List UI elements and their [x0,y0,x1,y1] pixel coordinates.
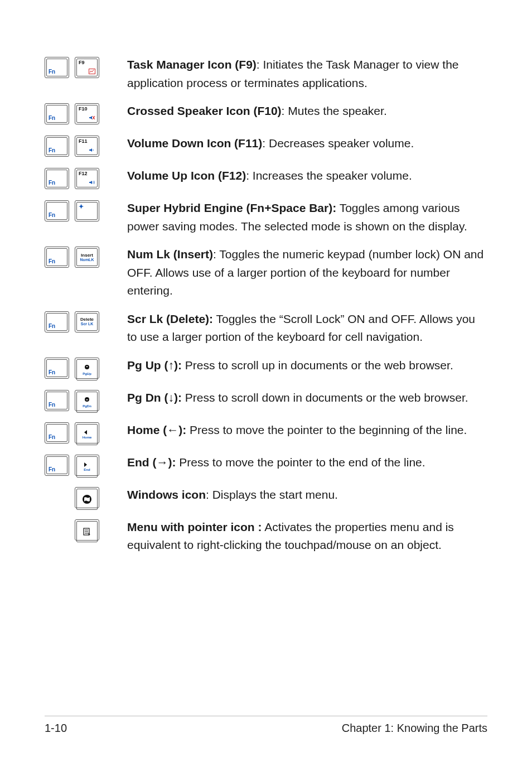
title-f10: Crossed Speaker Icon (F10) [127,104,282,117]
page-footer: 1-10 Chapter 1: Knowing the Parts [45,716,487,735]
super-hybrid-icon: ✦ [79,204,95,210]
arrow-left-icon [84,430,90,435]
key-fn: Fn [45,422,69,443]
title-end: End (→): [127,456,176,469]
title-space: Super Hybrid Engine (Fn+Space Bar): [127,201,336,214]
sep-f9: : [257,58,263,71]
row-pgdn: Fn PgDn Pg Dn (↓): Press to scroll down … [45,389,487,411]
key-fn: Fn [45,168,69,189]
title-win: Windows icon [127,488,206,501]
title-menu: Menu with pointer icon : [127,520,262,533]
task-manager-icon [89,68,95,75]
key-fn: Fn [45,455,69,476]
keys-numlk: Fn Insert NumLK [45,245,112,268]
windows-icon [82,494,92,504]
key-menu [75,519,99,541]
key-f12: F12 [75,168,99,189]
keys-home: Fn Home [45,421,112,443]
key-delete: Delete Scr LK [75,311,99,332]
desc-f12: Volume Up Icon (F12): Increases the spea… [127,167,487,185]
key-right: End [75,455,99,476]
row-f9: Fn F9 Task Manager Icon (F9): Initiates … [45,56,487,92]
desc-f11: Volume Down Icon (F11): Decreases speake… [127,134,487,153]
key-fn: Fn [45,57,69,78]
title-f11: Volume Down Icon (F11) [127,137,262,150]
key-left: Home [75,422,99,443]
key-pgup-label: PgUp [83,372,91,375]
text-end: Press to move the pointer to the end of … [179,456,425,469]
key-down: PgDn [75,390,99,411]
key-fn: Fn [45,103,69,124]
key-insert: Insert NumLK [75,247,99,268]
key-scrlk-label: Scr LK [81,322,94,326]
row-home: Fn Home Home (←): Press to move the poin… [45,421,487,443]
keys-pgdn: Fn PgDn [45,389,112,411]
text-win: Displays the start menu. [212,488,338,501]
desc-pgup: Pg Up (↑): Press to scroll up in documen… [127,356,487,375]
keys-scrlk: Fn Delete Scr LK [45,310,112,332]
key-f11: F11 [75,136,99,157]
key-home-label: Home [83,436,92,439]
key-fn: Fn [45,390,69,411]
key-f9: F9 [75,57,99,78]
key-pgdn-label: PgDn [83,404,91,408]
title-numlk: Num Lk (Insert) [127,248,213,261]
volume-down-icon [89,147,95,153]
row-windows: Windows icon: Displays the start menu. [45,486,487,508]
keys-f9: Fn F9 [45,56,112,78]
key-fn: Fn [45,358,69,379]
key-insert-label: Insert [81,253,93,258]
keys-pgup: Fn PgUp [45,356,112,379]
desc-space: Super Hybrid Engine (Fn+Space Bar): Togg… [127,199,487,235]
key-fn: Fn [45,200,69,221]
row-f12: Fn F12 Volume Up Icon (F12): Increases t… [45,167,487,189]
row-numlk: Fn Insert NumLK Num Lk (Insert): Toggles… [45,245,487,300]
key-f10-label: F10 [79,107,95,112]
desc-end: End (→): Press to move the pointer to th… [127,454,487,472]
desc-scrlk: Scr Lk (Delete): Toggles the “Scroll Loc… [127,310,487,346]
arrow-right-icon [84,462,90,467]
menu-pointer-icon [83,528,91,536]
key-windows [75,487,99,508]
key-space: ✦ [75,200,99,221]
keys-f11: Fn F11 [45,134,112,157]
desc-home: Home (←): Press to move the pointer to t… [127,421,487,440]
key-numlk-label: NumLK [80,258,94,262]
key-f12-label: F12 [79,171,95,176]
key-f11-label: F11 [79,139,95,144]
title-pgdn: Pg Dn (↓): [127,391,182,404]
mute-icon [89,114,95,121]
key-fn: Fn [45,247,69,268]
text-pgdn: Press to scroll down in documents or the… [185,391,468,404]
key-spacer [45,519,69,541]
key-spacer [45,487,69,508]
row-f10: Fn F10 Crossed Speaker Icon (F10): Mutes… [45,102,487,124]
keys-end: Fn End [45,454,112,476]
key-up: PgUp [75,358,99,379]
key-f9-label: F9 [79,60,95,65]
row-space: Fn ✦ Super Hybrid Engine (Fn+Space Bar):… [45,199,487,235]
svg-rect-0 [89,69,95,74]
title-scrlk: Scr Lk (Delete): [127,312,213,325]
key-fn: Fn [45,311,69,332]
row-scrlk: Fn Delete Scr LK Scr Lk (Delete): Toggle… [45,310,487,346]
text-f10: Mutes the speaker. [288,104,386,117]
row-end: Fn End End (→): Press to move the pointe… [45,454,487,476]
chapter-title: Chapter 1: Knowing the Parts [342,722,487,735]
key-delete-label: Delete [80,317,94,322]
page-number: 1-10 [45,722,67,735]
desc-numlk: Num Lk (Insert): Toggles the numeric key… [127,245,487,300]
desc-windows: Windows icon: Displays the start menu. [127,486,487,504]
desc-f9: Task Manager Icon (F9): Initiates the Ta… [127,56,487,92]
text-f12: Increases the speaker volume. [253,169,412,182]
row-pgup: Fn PgUp Pg Up (↑): Press to scroll up in… [45,356,487,379]
key-f10: F10 [75,103,99,124]
title-f9: Task Manager Icon (F9) [127,58,257,71]
arrow-down-icon [84,397,90,403]
row-menu: Menu with pointer icon : Activates the p… [45,518,487,555]
desc-pgdn: Pg Dn (↓): Press to scroll down in docum… [127,389,487,407]
keys-windows [45,486,112,508]
text-pgup: Press to scroll up in documents or the w… [185,359,453,372]
title-pgup: Pg Up (↑): [127,359,182,372]
keys-space: Fn ✦ [45,199,112,221]
